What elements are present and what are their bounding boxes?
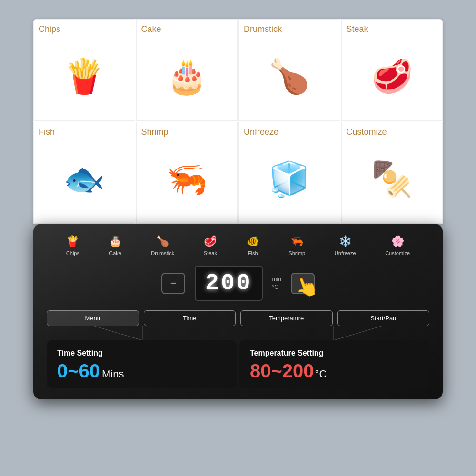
steak-image: 🥩 <box>347 36 438 116</box>
time-button[interactable]: Time <box>144 310 236 326</box>
fish-preset-icon: 🐠 <box>247 235 259 248</box>
food-grid-panel: Chips 🍟 Cake 🎂 Drumstick 🍗 Steak 🥩 Fis <box>33 19 443 224</box>
time-suffix: Mins <box>102 368 124 380</box>
preset-fish[interactable]: 🐠 Fish <box>247 235 259 256</box>
temperature-setting-panel: Temperature Setting 80~200°C <box>239 340 429 388</box>
unit-labels: min °C <box>272 275 281 291</box>
steak-emoji: 🥩 <box>371 57 413 96</box>
minus-button[interactable]: − <box>161 273 185 294</box>
main-container: Chips 🍟 Cake 🎂 Drumstick 🍗 Steak 🥩 Fis <box>33 19 443 457</box>
food-cell-drumstick[interactable]: Drumstick 🍗 <box>238 19 340 121</box>
shrimp-image: 🦐 <box>141 139 233 218</box>
customize-label: Customize <box>347 127 438 137</box>
temperature-display: 200 <box>195 266 262 301</box>
steak-preset-icon: 🥩 <box>204 235 217 248</box>
shrimp-label: Shrimp <box>141 127 233 137</box>
start-pause-button[interactable]: Start/Pau <box>337 310 430 326</box>
food-cell-fish[interactable]: Fish 🐟 <box>33 122 135 224</box>
fish-label: Fish <box>39 127 130 137</box>
chips-preset-icon: 🍟 <box>66 235 79 248</box>
food-cell-shrimp[interactable]: Shrimp 🦐 <box>136 122 238 224</box>
cake-emoji: 🎂 <box>166 57 208 96</box>
display-row: − 200 min °C 👆 <box>47 266 429 301</box>
unfreeze-preset-icon: ❄️ <box>339 235 352 248</box>
unit-deg: °C <box>272 283 281 291</box>
chips-emoji: 🍟 <box>63 57 105 96</box>
preset-unfreeze[interactable]: ❄️ Unfreeze <box>335 235 356 256</box>
shrimp-preset-icon: 🦐 <box>290 235 303 248</box>
drumstick-preset-icon: 🍗 <box>156 235 169 248</box>
unit-min: min <box>272 275 281 283</box>
fish-image: 🐟 <box>39 139 130 218</box>
customize-emoji: 🍢 <box>371 159 413 198</box>
cake-preset-icon: 🎂 <box>109 235 122 248</box>
time-setting-title: Time Setting <box>57 349 226 357</box>
menu-button[interactable]: Menu <box>47 310 139 326</box>
chips-label: Chips <box>39 24 130 34</box>
svg-line-0 <box>95 326 143 340</box>
customize-preset-label: Customize <box>385 250 410 256</box>
shrimp-emoji: 🦐 <box>166 159 208 198</box>
device-body: 🍟 Chips 🎂 Cake 🍗 Drumstick 🥩 Steak 🐠 Fis… <box>33 224 443 399</box>
steak-preset-label: Steak <box>204 250 217 256</box>
preset-cake[interactable]: 🎂 Cake <box>109 235 122 256</box>
customize-image: 🍢 <box>347 139 438 218</box>
connector-lines <box>47 326 429 340</box>
steak-label: Steak <box>347 24 438 34</box>
presets-row: 🍟 Chips 🎂 Cake 🍗 Drumstick 🥩 Steak 🐠 Fis… <box>47 235 429 256</box>
chips-image: 🍟 <box>39 36 130 116</box>
cake-image: 🎂 <box>141 36 233 116</box>
connector-svg <box>47 326 429 340</box>
time-setting-value: 0~60Mins <box>57 360 226 381</box>
preset-steak[interactable]: 🥩 Steak <box>204 235 217 256</box>
food-cell-customize[interactable]: Customize 🍢 <box>341 122 443 224</box>
drumstick-label: Drumstick <box>244 24 335 34</box>
food-cell-steak[interactable]: Steak 🥩 <box>341 19 443 121</box>
cake-preset-label: Cake <box>109 250 121 256</box>
food-cell-cake[interactable]: Cake 🎂 <box>136 19 238 121</box>
temperature-setting-value: 80~200°C <box>250 360 419 381</box>
time-setting-panel: Time Setting 0~60Mins <box>47 340 237 388</box>
drumstick-emoji: 🍗 <box>268 57 310 96</box>
preset-chips[interactable]: 🍟 Chips <box>66 235 79 256</box>
customize-preset-icon: 🌸 <box>391 235 404 248</box>
preset-customize[interactable]: 🌸 Customize <box>385 235 410 256</box>
unfreeze-emoji: 🧊 <box>268 159 310 198</box>
temp-value-text: 80~200 <box>250 360 314 381</box>
unfreeze-image: 🧊 <box>244 139 335 218</box>
cake-label: Cake <box>141 24 233 34</box>
drumstick-preset-label: Drumstick <box>151 250 174 256</box>
time-value-text: 0~60 <box>57 360 100 381</box>
plus-button[interactable]: 👆 <box>291 273 315 294</box>
chips-preset-label: Chips <box>66 250 79 256</box>
shrimp-preset-label: Shrimp <box>288 250 305 256</box>
food-cell-chips[interactable]: Chips 🍟 <box>33 19 135 121</box>
unfreeze-label: Unfreeze <box>244 127 335 137</box>
preset-drumstick[interactable]: 🍗 Drumstick <box>151 235 174 256</box>
food-cell-unfreeze[interactable]: Unfreeze 🧊 <box>238 122 340 224</box>
temperature-button[interactable]: Temperature <box>240 310 333 326</box>
fish-preset-label: Fish <box>248 250 258 256</box>
temp-suffix: °C <box>315 368 327 380</box>
finger-touch-icon: 👆 <box>291 272 321 301</box>
fish-emoji: 🐟 <box>63 159 105 198</box>
drumstick-image: 🍗 <box>244 36 335 116</box>
control-buttons-row: Menu Time Temperature Start/Pau <box>47 310 429 326</box>
temperature-setting-title: Temperature Setting <box>250 349 419 357</box>
preset-shrimp[interactable]: 🦐 Shrimp <box>288 235 305 256</box>
svg-line-3 <box>334 326 382 340</box>
unfreeze-preset-label: Unfreeze <box>335 250 356 256</box>
info-panels-wrapper: Time Setting 0~60Mins Temperature Settin… <box>47 340 429 388</box>
